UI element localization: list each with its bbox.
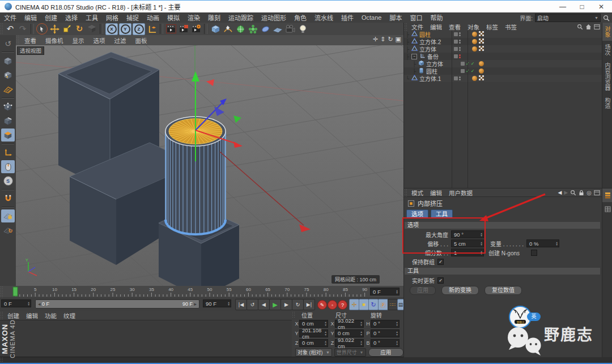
model-mode-button[interactable]: [1, 54, 15, 67]
object-menu-item-5[interactable]: 书签: [502, 23, 520, 31]
object-menu-item-1[interactable]: 编辑: [427, 23, 445, 31]
offset-field[interactable]: 5 cm ▴▾: [451, 239, 484, 247]
edges-mode-button[interactable]: [1, 114, 15, 127]
menu-item-11[interactable]: 运动跟踪: [224, 13, 257, 22]
menu-item-5[interactable]: 网格: [102, 13, 122, 22]
add-floor-button[interactable]: [271, 23, 284, 35]
collapse-toggle[interactable]: −: [411, 54, 417, 59]
material-menu-item-1[interactable]: 编辑: [23, 311, 41, 320]
viewport-canvas[interactable]: Y: [16, 45, 403, 286]
menu-item-19[interactable]: 帮助: [426, 13, 447, 22]
size-field[interactable]: 0 cm▴▾: [335, 329, 364, 337]
timeline-ruler[interactable]: 051015202530354045505560657075808590 0 F…: [0, 286, 403, 298]
points-mode-button[interactable]: [1, 100, 15, 113]
search-icon[interactable]: [577, 24, 583, 30]
new-transform-button[interactable]: 新的变换: [441, 286, 479, 295]
object-state-cell[interactable]: [452, 32, 469, 36]
viewport-menu-item-4[interactable]: 过滤: [110, 36, 131, 45]
object-manager-grip[interactable]: [404, 23, 408, 31]
add-spline-pen-button[interactable]: [222, 23, 234, 35]
side-tab-0[interactable]: 对象: [602, 23, 612, 41]
render-region-button[interactable]: [177, 23, 190, 35]
tab-tool[interactable]: 工具: [431, 209, 453, 219]
rotate-view-icon[interactable]: ↻: [388, 36, 393, 43]
at-icon[interactable]: ◎: [586, 190, 592, 196]
viewport-menu-item-0[interactable]: 查看: [20, 36, 41, 45]
redo-button[interactable]: ↷: [16, 23, 29, 35]
play-forward-loop-button[interactable]: ↻: [292, 299, 304, 310]
toolbar-grip[interactable]: [0, 23, 4, 35]
menu-item-7[interactable]: 动画: [143, 13, 163, 22]
size-field[interactable]: 93.022 cm▴▾: [335, 320, 364, 328]
menu-item-4[interactable]: 工具: [82, 13, 102, 22]
material-tag-icon[interactable]: [472, 39, 477, 44]
material-tag-icon[interactable]: [479, 61, 484, 66]
coordinate-mode-dropdown[interactable]: 对象 (相对) ▼: [295, 348, 332, 357]
ruler-grip[interactable]: [0, 286, 4, 297]
side-tab-3[interactable]: 构造: [602, 94, 612, 112]
add-light-button[interactable]: [296, 23, 309, 35]
side-tab-2[interactable]: 内容浏览器: [602, 59, 612, 94]
key-scale-toggle[interactable]: ■: [359, 299, 369, 310]
uvw-tag-icon[interactable]: [479, 46, 484, 52]
scale-tool[interactable]: [61, 23, 73, 35]
rotate-tool[interactable]: ↻: [73, 23, 86, 35]
current-frame-field[interactable]: 0 F ▴▾: [370, 288, 400, 296]
polygons-mode-button[interactable]: [1, 129, 15, 142]
tool-section-header[interactable]: 工具: [405, 268, 600, 275]
preview-range-slider[interactable]: ◂ 0 F 90 F ▸: [35, 299, 199, 309]
object-menu-item-3[interactable]: 对象: [464, 23, 483, 31]
key-position-toggle[interactable]: ✛: [349, 299, 359, 310]
position-field[interactable]: 0 cm▴▾: [299, 339, 328, 347]
viewport-menu-item-1[interactable]: 摄像机: [41, 36, 68, 45]
menu-item-9[interactable]: 渲染: [184, 13, 204, 22]
undo-button[interactable]: ↶: [4, 23, 16, 35]
material-tag-icon[interactable]: [472, 32, 477, 37]
play-button[interactable]: ▶: [269, 299, 281, 310]
viewport-menu-item-3[interactable]: 选项: [89, 36, 110, 45]
coordinates-apply-button[interactable]: 应用: [368, 348, 404, 357]
object-menu-item-2[interactable]: 查看: [445, 23, 464, 31]
variance-field[interactable]: 0 % ▴▾: [526, 239, 559, 247]
panel-layout-icon[interactable]: [594, 190, 600, 196]
object-menu-item-4[interactable]: 标签: [483, 23, 502, 31]
snap-enable-button[interactable]: S: [1, 174, 15, 187]
range-start-field[interactable]: 0 F ▴▾: [1, 299, 31, 307]
move-tool[interactable]: [48, 23, 61, 35]
tab-options[interactable]: 选项: [406, 209, 428, 219]
autokey-button[interactable]: ◦: [328, 300, 337, 310]
close-button[interactable]: ✕: [592, 1, 611, 12]
rotation-field[interactable]: 0 °▴▾: [371, 320, 400, 328]
key-rotation-toggle[interactable]: ↻: [368, 299, 379, 310]
object-tags-cell[interactable]: [469, 75, 484, 82]
object-tags-cell[interactable]: [475, 61, 484, 66]
rotation-field[interactable]: 0 °▴▾: [371, 339, 400, 347]
lock-z-axis-button[interactable]: Z: [133, 23, 145, 35]
stepper-icon[interactable]: ▴▾: [228, 301, 230, 306]
attribute-grip[interactable]: [404, 189, 408, 196]
view-name-label[interactable]: 透视视图: [17, 46, 44, 55]
attribute-menu-item-2[interactable]: 用户数据: [445, 189, 476, 197]
add-field-button[interactable]: [259, 23, 271, 35]
material-tag-icon[interactable]: [479, 68, 484, 74]
add-cube-button[interactable]: [209, 23, 222, 35]
menu-item-16[interactable]: Octane: [358, 14, 385, 21]
menu-item-3[interactable]: 选择: [61, 13, 82, 22]
search-icon[interactable]: [570, 190, 576, 196]
viewport-menu-item-5[interactable]: 面板: [131, 36, 152, 45]
viewport-menu-grip[interactable]: [16, 35, 20, 45]
rotation-field[interactable]: 0 °▴▾: [371, 329, 400, 337]
object-name[interactable]: 立方体.1: [419, 74, 441, 83]
menu-item-6[interactable]: 捕捉: [122, 13, 143, 22]
material-menu-item-2[interactable]: 功能: [41, 311, 60, 320]
key-parameter-toggle[interactable]: Ⓟ: [378, 299, 388, 310]
attribute-menu-item-0[interactable]: 模式: [408, 189, 427, 197]
object-state-cell[interactable]: [452, 54, 469, 58]
object-menu-item-0[interactable]: 文件: [408, 23, 427, 31]
key-pla-toggle[interactable]: ∷∷: [388, 299, 398, 310]
object-tags-cell[interactable]: [469, 31, 484, 37]
lock-icon[interactable]: [579, 190, 584, 196]
texture-mode-button[interactable]: [1, 68, 15, 82]
uvw-tag-icon[interactable]: [479, 75, 484, 82]
minimize-button[interactable]: —: [553, 1, 572, 12]
